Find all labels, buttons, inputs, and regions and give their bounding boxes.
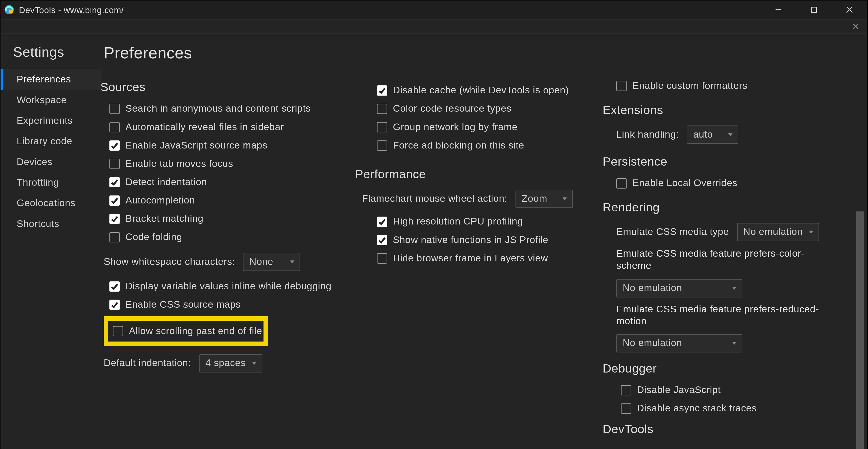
emulate-media-type-row: Emulate CSS media type No emulation <box>606 220 834 244</box>
checkbox-color-code-resource-types[interactable] <box>377 104 387 114</box>
close-button[interactable] <box>832 0 867 19</box>
checkbox-enable-css-source-maps[interactable] <box>110 300 120 310</box>
flamechart-label: Flamechart mouse wheel action: <box>362 193 507 205</box>
checkbox-disable-javascript[interactable] <box>621 385 631 395</box>
minimize-button[interactable] <box>761 0 796 19</box>
sidebar-item-shortcuts[interactable]: Shortcuts <box>0 214 101 234</box>
row-enable-javascript-source-maps: Enable JavaScript source maps <box>104 137 336 155</box>
checkbox-enable-javascript-source-maps[interactable] <box>110 140 120 151</box>
prefers-reduced-motion-select[interactable]: No emulation <box>616 334 742 353</box>
checkbox-show-native-functions-in-js-profile[interactable] <box>377 235 387 245</box>
label-search-in-anonymous-and-content-scripts: Search in anonymous and content scripts <box>125 103 311 115</box>
row-automatically-reveal-files-in-sidebar: Automatically reveal files in sidebar <box>104 118 336 137</box>
checkbox-autocompletion[interactable] <box>110 195 120 206</box>
sidebar-item-preferences[interactable]: Preferences <box>0 69 101 90</box>
checkbox-custom-formatters[interactable] <box>616 81 627 91</box>
section-rendering: Rendering <box>602 201 834 214</box>
row-force-ad-blocking-on-this-site: Force ad blocking on this site <box>359 137 583 155</box>
label-code-folding: Code folding <box>125 231 182 243</box>
default-indent-select[interactable]: 4 spaces <box>199 354 262 372</box>
row-detect-indentation: Detect indentation <box>104 173 336 191</box>
label-group-network-log-by-frame: Group network log by frame <box>393 121 518 133</box>
sidebar-item-throttling[interactable]: Throttling <box>0 173 101 193</box>
sidebar-item-geolocations[interactable]: Geolocations <box>0 193 101 214</box>
settings-topstrip: ✕ <box>0 20 867 34</box>
checkbox-disable-async-stack-traces[interactable] <box>621 403 631 414</box>
svg-rect-3 <box>811 7 816 12</box>
sidebar-item-devices[interactable]: Devices <box>0 152 101 172</box>
main: Settings PreferencesWorkspaceExperiments… <box>0 34 867 449</box>
settings-close-icon[interactable]: ✕ <box>849 20 863 34</box>
col-sources: Sources Search in anonymous and content … <box>104 77 341 448</box>
label-show-native-functions-in-js-profile: Show native functions in JS Profile <box>393 234 548 246</box>
label-display-variable-values-inline-while-debugging: Display variable values inline while deb… <box>125 280 332 293</box>
devtools-window: DevTools - www.bing.com/ ✕ Settings Pref… <box>0 0 868 449</box>
col-misc: Enable custom formatters Extensions Link… <box>606 77 834 448</box>
emulate-media-type-select[interactable]: No emulation <box>737 223 819 241</box>
default-indent-row: Default indentation: 4 spaces <box>104 351 336 375</box>
checkbox-force-ad-blocking-on-this-site[interactable] <box>377 140 387 151</box>
allow-scrolling-label: Allow scrolling past end of file <box>129 325 262 337</box>
checkbox-local-overrides[interactable] <box>616 178 627 189</box>
show-whitespace-select[interactable]: None <box>243 253 300 271</box>
row-high-resolution-cpu-profiling: High resolution CPU profiling <box>359 213 583 231</box>
sidebar-item-workspace[interactable]: Workspace <box>0 90 101 110</box>
prefers-color-scheme-label: Emulate CSS media feature prefers-color-… <box>616 247 834 272</box>
col-network-perf: Disable cache (while DevTools is open)Co… <box>359 77 589 448</box>
checkbox-code-folding[interactable] <box>110 232 120 243</box>
vertical-scrollbar[interactable] <box>856 211 864 449</box>
sidebar-item-experiments[interactable]: Experiments <box>0 111 101 131</box>
checkbox-group-network-log-by-frame[interactable] <box>377 122 387 132</box>
checkbox-search-in-anonymous-and-content-scripts[interactable] <box>110 104 120 114</box>
local-overrides-label: Enable Local Overrides <box>632 177 737 189</box>
maximize-button[interactable] <box>796 0 832 19</box>
row-display-variable-values-inline-while-debugging: Display variable values inline while deb… <box>104 277 336 296</box>
checkbox-disable-cache-while-devtools-is-open[interactable] <box>377 85 387 96</box>
row-enable-css-source-maps: Enable CSS source maps <box>104 296 336 314</box>
row-disable-cache-while-devtools-is-open: Disable cache (while DevTools is open) <box>359 82 583 100</box>
row-bracket-matching: Bracket matching <box>104 210 336 228</box>
checkbox-display-variable-values-inline-while-debugging[interactable] <box>110 281 120 292</box>
checkbox-hide-browser-frame-in-layers-view[interactable] <box>377 253 387 264</box>
highlighted-allow-scrolling: Allow scrolling past end of file <box>104 316 268 346</box>
label-detect-indentation: Detect indentation <box>125 176 207 188</box>
row-disable-javascript: Disable JavaScript <box>611 381 834 399</box>
page-title: Preferences <box>101 43 859 73</box>
label-high-resolution-cpu-profiling: High resolution CPU profiling <box>393 216 523 228</box>
row-show-native-functions-in-js-profile: Show native functions in JS Profile <box>359 231 583 249</box>
label-autocompletion: Autocompletion <box>125 194 195 207</box>
section-sources: Sources <box>101 80 336 94</box>
section-devtools: DevTools <box>602 422 834 436</box>
sidebar-item-library-code[interactable]: Library code <box>0 131 101 152</box>
section-performance: Performance <box>355 167 583 181</box>
row-color-code-resource-types: Color-code resource types <box>359 100 583 118</box>
section-debugger: Debugger <box>602 362 834 376</box>
label-disable-cache-while-devtools-is-open: Disable cache (while DevTools is open) <box>393 84 569 96</box>
settings-heading: Settings <box>0 39 101 69</box>
settings-sidebar: Settings PreferencesWorkspaceExperiments… <box>0 34 101 449</box>
titlebar: DevTools - www.bing.com/ <box>0 0 867 19</box>
label-color-code-resource-types: Color-code resource types <box>393 103 512 115</box>
row-search-in-anonymous-and-content-scripts: Search in anonymous and content scripts <box>104 100 336 118</box>
link-handling-select[interactable]: auto <box>687 125 738 144</box>
checkbox-enable-tab-moves-focus[interactable] <box>110 159 120 169</box>
flamechart-select[interactable]: Zoom <box>516 189 573 208</box>
checkbox-bracket-matching[interactable] <box>110 214 120 224</box>
show-whitespace-row: Show whitespace characters: None <box>104 250 336 274</box>
prefers-color-scheme-select[interactable]: No emulation <box>616 279 742 297</box>
show-whitespace-label: Show whitespace characters: <box>104 256 235 268</box>
row-autocompletion: Autocompletion <box>104 191 336 210</box>
window-controls <box>761 0 867 19</box>
settings-content: Preferences Sources Search in anonymous … <box>101 34 867 449</box>
checkbox-detect-indentation[interactable] <box>110 177 120 187</box>
flamechart-row: Flamechart mouse wheel action: Zoom <box>359 187 583 211</box>
link-handling-row: Link handling: auto <box>606 122 834 147</box>
prefers-reduced-motion-label: Emulate CSS media feature prefers-reduce… <box>616 303 834 327</box>
checkbox-high-resolution-cpu-profiling[interactable] <box>377 217 387 227</box>
label-enable-javascript-source-maps: Enable JavaScript source maps <box>125 139 268 151</box>
checkbox-automatically-reveal-files-in-sidebar[interactable] <box>110 122 120 132</box>
label-bracket-matching: Bracket matching <box>125 213 204 225</box>
label-disable-javascript: Disable JavaScript <box>637 384 720 396</box>
checkbox-allow-scrolling[interactable] <box>113 326 123 336</box>
emulate-media-type-label: Emulate CSS media type <box>616 226 729 238</box>
